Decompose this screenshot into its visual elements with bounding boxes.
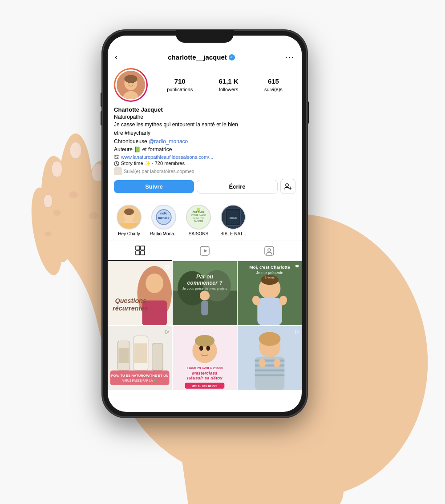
grid-cell-1-icon: ⊞ <box>165 264 169 270</box>
svg-text:radio: radio <box>160 212 167 215</box>
svg-rect-83 <box>110 371 170 385</box>
grid-cell-4-icon: ▷ <box>166 329 169 335</box>
svg-point-13 <box>70 142 81 159</box>
grid-image-1: Questions récurrentes <box>108 261 172 325</box>
avatar-container[interactable] <box>114 68 148 102</box>
power-button[interactable] <box>307 101 309 124</box>
svg-rect-79 <box>152 343 163 371</box>
svg-rect-63 <box>201 301 208 315</box>
svg-rect-50 <box>265 246 274 255</box>
grid-image-5: Lundi 29 avril à 20h00 Masterclass Réuss… <box>173 326 237 390</box>
phone-body: ‹ charlotte__jacquet ✓ ··· <box>102 30 307 417</box>
reels-icon <box>200 246 210 256</box>
svg-text:POV: TU ES NATUROPATHE ET UN: POV: TU ES NATUROPATHE ET UN <box>111 374 169 378</box>
svg-text:Je me présente: Je me présente <box>256 270 283 275</box>
followed-by: Suivi(e) par laboratoires.copmed <box>114 167 295 175</box>
stat-publications[interactable]: 710 publications <box>167 77 193 93</box>
grid-image-2: Par ou commencer ? Je vous présente mes … <box>173 261 237 325</box>
grid-cell-3-icon: ❤ <box>295 264 299 270</box>
svg-point-4 <box>59 133 93 249</box>
avatar <box>115 69 146 101</box>
followers-count: 61,1 K <box>218 77 238 85</box>
scene: ‹ charlotte__jacquet ✓ ··· <box>0 0 445 504</box>
more-options-button[interactable]: ··· <box>285 52 295 62</box>
grid-cell-4[interactable]: LES CRÉATIONS POV: TU ES NATUROPATHE ET … <box>108 326 172 390</box>
story-label-hey-charly: Hey Charly <box>114 231 144 236</box>
svg-point-51 <box>268 249 271 251</box>
svg-point-9 <box>69 191 78 198</box>
story-item-radio[interactable]: radio monaco Radio Mona... <box>149 205 179 236</box>
grid-image-3: Moi, c'est Charlotte Je me présente à vo… <box>238 261 302 325</box>
back-button[interactable]: ‹ <box>115 52 117 62</box>
profile-link[interactable]: www.lanaturopathieaufildessaisons.com/..… <box>114 154 295 160</box>
grid-cell-5[interactable]: Lundi 29 avril à 20h00 Masterclass Réuss… <box>173 326 237 390</box>
svg-rect-101 <box>255 370 284 371</box>
following-count: 615 <box>264 77 283 85</box>
profile-bio-2: être #heycharly <box>114 129 295 137</box>
message-button[interactable]: Écrire <box>197 180 278 194</box>
verified-badge: ✓ <box>229 54 235 60</box>
tab-reels[interactable] <box>172 241 237 261</box>
svg-rect-29 <box>117 223 141 229</box>
story-circle-saisons: CULTIVEZ VOTRE SANTÉ EN TOUTES SAISONS <box>186 205 211 230</box>
svg-text:35€ au lieu de 20€: 35€ au lieu de 20€ <box>192 385 218 388</box>
radio-logo-svg: radio monaco <box>152 205 175 230</box>
hey-charly-thumbnail <box>117 205 141 230</box>
profile-section: 710 publications 61,1 K followers 615 su… <box>108 66 302 203</box>
svg-text:Masterclass: Masterclass <box>192 371 218 375</box>
grid-cell-2[interactable]: Par ou commencer ? Je vous présente mes … <box>173 261 237 325</box>
svg-point-39 <box>197 208 200 211</box>
phone-frame: ‹ charlotte__jacquet ✓ ··· <box>102 30 307 417</box>
svg-rect-69 <box>257 298 282 325</box>
profile-story-group[interactable]: Story time ✨ · 720 membres <box>114 161 295 166</box>
avatar-image <box>117 69 145 101</box>
grid-icon <box>135 246 145 255</box>
follow-button[interactable]: Suivre <box>114 180 194 193</box>
profile-bio-4: Auteure 📗 et formatrice <box>114 146 295 153</box>
grid-image-6 <box>238 326 302 390</box>
svg-point-89 <box>199 346 203 351</box>
svg-point-22 <box>124 75 137 83</box>
svg-point-14 <box>52 161 62 177</box>
grid-cell-3[interactable]: Moi, c'est Charlotte Je me présente à vo… <box>238 261 302 325</box>
story-label-radio: Radio Mona... <box>149 231 179 236</box>
stat-following[interactable]: 615 suivi(e)s <box>264 77 283 93</box>
svg-text:récurrentes: récurrentes <box>113 305 148 312</box>
profile-bio-3: Chroniqueuse @radio_monaco <box>114 138 295 145</box>
story-item-saisons[interactable]: CULTIVEZ VOTRE SANTÉ EN TOUTES SAISONS S… <box>183 205 214 236</box>
svg-rect-102 <box>255 375 284 376</box>
story-label-saisons: SAISONS <box>183 231 214 236</box>
grid-cell-1[interactable]: Questions récurrentes ⊞ <box>108 261 172 325</box>
svg-point-10 <box>53 210 61 216</box>
svg-rect-80 <box>118 348 129 363</box>
saisons-thumbnail: CULTIVEZ VOTRE SANTÉ EN TOUTES SAISONS <box>187 205 210 230</box>
story-label-bible: BIBLE NAT... <box>218 231 248 236</box>
svg-text:Questions: Questions <box>115 297 146 304</box>
svg-point-11 <box>44 231 52 237</box>
notch <box>176 30 234 43</box>
svg-text:Lundi 29 avril à 20h00: Lundi 29 avril à 20h00 <box>187 367 223 371</box>
grid-cell-6-icon: ▷ <box>295 329 299 335</box>
phone-screen: ‹ charlotte__jacquet ✓ ··· <box>108 36 302 412</box>
grid-cell-6[interactable]: ▷ <box>238 326 302 390</box>
story-item-bible[interactable]: BIBLE BIBLE NAT... <box>218 205 248 236</box>
add-person-icon <box>284 183 291 190</box>
svg-text:BIBLE: BIBLE <box>230 217 237 219</box>
lab-logo <box>114 167 122 175</box>
username-header: charlotte__jacquet ✓ <box>168 53 235 61</box>
stat-followers[interactable]: 61,1 K followers <box>218 77 238 93</box>
radio-thumbnail: radio monaco <box>152 206 175 229</box>
instagram-app: ‹ charlotte__jacquet ✓ ··· <box>108 36 302 412</box>
svg-point-8 <box>89 212 98 219</box>
profile-url[interactable]: www.lanaturopathieaufildessaisons.com/..… <box>121 154 213 160</box>
svg-text:à vous: à vous <box>265 275 275 279</box>
add-person-button[interactable] <box>280 179 295 194</box>
svg-point-54 <box>146 274 163 293</box>
tab-tagged[interactable] <box>237 241 302 261</box>
svg-rect-47 <box>141 251 145 255</box>
story-item-hey-charly[interactable]: Hey Charly <box>114 205 144 236</box>
tab-grid[interactable] <box>108 241 172 261</box>
tab-bar <box>108 241 302 261</box>
svg-rect-44 <box>136 246 140 250</box>
svg-point-62 <box>200 291 210 301</box>
